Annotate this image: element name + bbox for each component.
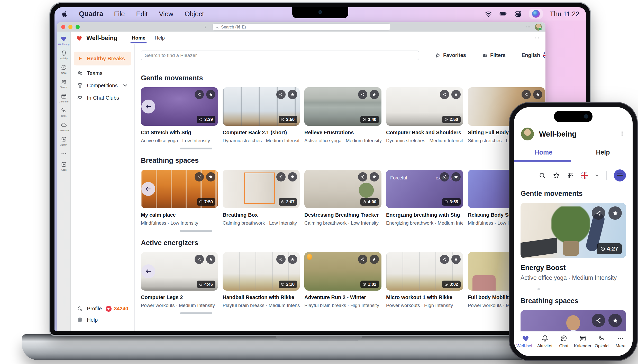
favorite-star-button[interactable] (288, 255, 297, 264)
back-arrow-button[interactable] (141, 100, 155, 113)
video-thumbnail[interactable]: 1:02 (304, 252, 381, 291)
phone-nav-opkald[interactable]: Opkald (592, 334, 611, 356)
filters-icon[interactable] (567, 172, 574, 179)
phone-tab-help[interactable]: Help (573, 149, 633, 162)
phone-nav-chat[interactable]: Chat (554, 334, 573, 356)
rail-item-more[interactable] (57, 148, 70, 159)
battery-icon[interactable] (499, 10, 507, 18)
phone-nav-aktivitet[interactable]: Aktivitet (535, 334, 554, 356)
share-button[interactable] (276, 255, 286, 264)
phone-nav-wellbei[interactable]: Well-bei... (516, 334, 535, 356)
rail-item-activity[interactable]: Activity (57, 47, 70, 62)
video-thumbnail[interactable]: 3:40 (304, 87, 381, 126)
back-arrow-button[interactable] (141, 182, 155, 196)
share-button[interactable] (592, 206, 605, 220)
search-input[interactable] (141, 51, 419, 60)
share-button[interactable] (276, 90, 286, 99)
menu-bar-clock[interactable]: Thu 11:22 (550, 10, 579, 18)
language-selector[interactable]: English (522, 52, 545, 59)
back-arrow-button[interactable] (141, 264, 155, 278)
rail-item-calls[interactable]: Calls (57, 105, 70, 119)
favorite-star-button[interactable] (288, 172, 297, 181)
sidebar-item-in-chat-clubs[interactable]: In-Chat Clubs (74, 92, 131, 104)
star-outline-icon[interactable] (553, 172, 560, 179)
share-button[interactable] (440, 255, 449, 264)
siri-button[interactable] (529, 9, 543, 19)
favorite-star-button[interactable] (206, 172, 215, 181)
video-thumbnail[interactable]: 3:02 (386, 252, 463, 291)
share-button[interactable] (195, 90, 204, 99)
favorite-star-button[interactable] (370, 255, 379, 264)
video-thumbnail[interactable]: 2:07 (223, 170, 300, 208)
window-title-bar[interactable]: Search (⌘ E) (57, 22, 545, 32)
row-scroll-indicator[interactable] (180, 148, 212, 149)
video-card[interactable]: 3:02Micro workout 1 with RikkePower work… (386, 252, 463, 308)
menu-file[interactable]: File (114, 10, 125, 18)
phone-menu-button[interactable] (614, 169, 626, 181)
video-thumbnail[interactable]: 2:10 (223, 252, 300, 291)
favorite-star-button[interactable] (451, 172, 461, 181)
menu-edit[interactable]: Edit (136, 10, 148, 18)
kebab-menu-icon[interactable] (619, 131, 625, 137)
zoom-window-button[interactable] (76, 25, 80, 29)
share-button[interactable] (276, 172, 286, 181)
global-search-input[interactable]: Search (⌘ E) (212, 24, 390, 31)
video-card[interactable]: 7:50My calm placeMindfulness · Low Inten… (141, 170, 218, 226)
video-thumbnail[interactable]: 2:50 (386, 87, 463, 126)
share-button[interactable] (592, 314, 605, 327)
favorite-star-button[interactable] (206, 255, 215, 264)
video-card[interactable]: 4:46Computer Legs 2Power workouts · Medi… (141, 252, 218, 308)
video-card[interactable]: 2:07Breathing BoxCalming breathwork · Lo… (223, 170, 300, 226)
rail-item-teams[interactable]: Teams (57, 76, 70, 91)
chevron-down-icon[interactable] (595, 173, 599, 178)
close-window-button[interactable] (61, 25, 65, 29)
favorite-star-button[interactable] (608, 206, 622, 220)
favorite-star-button[interactable] (206, 90, 215, 99)
share-button[interactable] (195, 172, 204, 181)
video-card[interactable]: 1:02Adventure Run 2 - WinterPlayful brai… (304, 252, 381, 308)
favorite-star-button[interactable] (451, 255, 461, 264)
sidebar-item-profile[interactable]: Profile 34240 (74, 303, 131, 314)
filters-button[interactable]: Filters (482, 52, 506, 58)
phone-avatar[interactable] (521, 128, 534, 140)
video-card[interactable]: 2:50Computer Back and Shoulders 1 (short… (386, 87, 463, 143)
phone-nav-mere[interactable]: Mere (611, 334, 630, 356)
tab-home[interactable]: Home (132, 32, 145, 44)
favorite-star-button[interactable] (370, 172, 379, 181)
favorite-star-button[interactable] (288, 90, 297, 99)
row-scroll-indicator[interactable] (180, 312, 212, 314)
video-thumbnail[interactable]: 7:50 (141, 170, 218, 208)
favorite-star-button[interactable] (370, 90, 379, 99)
rail-item-admin[interactable]: Admin (57, 134, 70, 148)
share-button[interactable] (195, 255, 204, 264)
menu-object[interactable]: Object (185, 10, 204, 18)
sidebar-item-competitions[interactable]: Competitions (74, 79, 131, 92)
share-button[interactable] (440, 90, 449, 99)
row-scroll-indicator[interactable] (180, 230, 212, 232)
video-card[interactable]: 2:50Computer Back 2.1 (short)Dynamic str… (223, 87, 300, 143)
favorite-star-button[interactable] (533, 90, 542, 99)
user-avatar[interactable] (535, 24, 542, 31)
apple-logo-icon[interactable] (61, 11, 68, 17)
rail-item-chat[interactable]: Chat (57, 62, 70, 76)
phone-video-card[interactable]: 4:27 (521, 203, 626, 258)
minimize-window-button[interactable] (68, 25, 72, 29)
video-thumbnail[interactable]: 4:00 (304, 170, 381, 208)
video-thumbnail[interactable]: 2:50 (223, 87, 300, 126)
control-center-icon[interactable] (514, 10, 522, 18)
rail-item-onedrive[interactable]: OneDrive (57, 119, 70, 134)
video-card[interactable]: 4:00Destressing Breathing TrackerCalming… (304, 170, 381, 226)
video-thumbnail[interactable]: 4:46 (141, 252, 218, 291)
video-card[interactable]: Forcefulexhalations3:55Energizing breath… (386, 170, 463, 226)
video-card[interactable]: 3:40Relieve FrustrationsActive office yo… (304, 87, 381, 143)
menu-view[interactable]: View (159, 10, 173, 18)
phone-nav-kalender[interactable]: Kalender (573, 334, 592, 356)
video-thumbnail[interactable]: 3:39 (141, 87, 218, 126)
video-card[interactable]: 2:10Handball Reaction with RikkePlayful … (223, 252, 300, 308)
search-icon[interactable] (539, 172, 546, 179)
share-button[interactable] (358, 90, 367, 99)
menu-bar-app-name[interactable]: Quadra (79, 10, 103, 18)
sidebar-item-help[interactable]: Help (74, 314, 131, 325)
rail-item-apps[interactable]: Apps (57, 159, 70, 173)
favorites-button[interactable]: Favorites (435, 52, 466, 58)
